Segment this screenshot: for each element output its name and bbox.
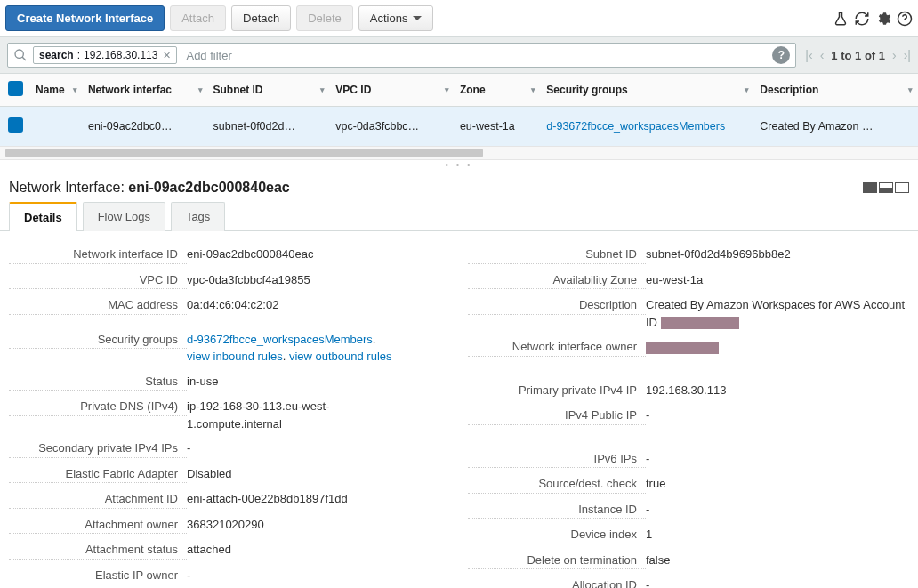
pager-next-icon[interactable]: › [892,48,897,62]
help-icon[interactable] [897,11,913,27]
col-eni[interactable]: Network interfac▾ [83,74,208,107]
sg-link[interactable]: d-93672fbcce_workspacesMembers [187,333,373,346]
col-sg[interactable]: Security groups▾ [541,74,754,107]
horizontal-scrollbar[interactable] [0,146,918,160]
lbl-secip: Secondary private IPv4 IPs [9,439,187,458]
chip-value: 192.168.30.113 [84,49,157,61]
resize-handle[interactable]: • • • [0,160,918,171]
val-desc: Created By Amazon Workspaces for AWS Acc… [646,296,909,331]
tab-flowlogs[interactable]: Flow Logs [83,202,165,231]
redacted-account-id [661,317,739,329]
val-attid: eni-attach-00e22b8db1897f1dd [187,490,450,508]
val-inst: - [646,501,909,519]
chip-remove-icon[interactable]: ✕ [163,50,171,61]
lbl-sdc: Source/dest. check [468,475,646,494]
sort-icon: ▾ [198,85,203,94]
lbl-subnet: Subnet ID [468,246,646,264]
tab-tags[interactable]: Tags [171,202,225,231]
col-desc[interactable]: Description▾ [754,74,918,107]
val-attstat: attached [187,541,450,559]
val-status: in-use [187,373,450,391]
lbl-desc: Description [468,296,646,315]
actions-label: Actions [370,12,408,25]
lbl-attstat: Attachment status [9,541,187,560]
col-subnet[interactable]: Subnet ID▾ [208,74,331,107]
val-subnet: subnet-0f0d2d4b9696bb8e2 [646,246,909,263]
sort-icon: ▾ [908,85,913,94]
col-name[interactable]: Name▾ [30,74,83,107]
lbl-status: Status [9,373,187,391]
redacted-owner [646,342,719,354]
lbl-attid: Attachment ID [9,490,187,509]
filter-chip[interactable]: search : 192.168.30.113 ✕ [33,46,177,64]
lbl-az: Availability Zone [468,271,646,290]
cell-vpc: vpc-0da3fcbbc… [330,107,455,147]
lbl-alloc: Allocation ID [468,576,646,588]
lbl-delterm: Delete on termination [468,552,646,570]
chip-key: search [39,49,74,61]
lbl-mac: MAC address [9,296,187,315]
search-icon [13,48,28,62]
tab-details[interactable]: Details [9,202,77,231]
create-network-interface-button[interactable]: Create Network Interface [5,5,165,31]
lbl-pubip: IPv4 Public IP [468,407,646,425]
cell-sg[interactable]: d-93672fbcce_workspacesMembers [541,107,754,147]
val-vpc: vpc-0da3fcbbcf4a19855 [187,271,450,289]
delete-button[interactable]: Delete [296,5,353,31]
col-checkbox[interactable] [0,74,30,107]
attach-button[interactable]: Attach [170,5,226,31]
lbl-vpc: VPC ID [9,271,187,290]
sort-icon: ▾ [745,85,749,94]
val-attown: 368321020290 [187,516,450,534]
row-checkbox[interactable] [8,117,23,133]
pager-first-icon[interactable]: |‹ [805,48,812,62]
cell-desc: Created By Amazon … [754,107,918,147]
lbl-eipown: Elastic IP owner [9,567,187,585]
outbound-rules-link[interactable]: view outbound rules [289,350,392,363]
sort-icon: ▾ [73,85,77,94]
scrollbar-thumb[interactable] [5,149,483,157]
val-devidx: 1 [646,526,909,544]
val-pubip: - [646,407,909,424]
layout-min-icon[interactable] [863,182,877,193]
lbl-pip: Primary private IPv4 IP [468,382,646,400]
lbl-inst: Instance ID [468,501,646,520]
detach-button[interactable]: Detach [231,5,291,31]
pager-last-icon[interactable]: ›| [904,48,911,62]
lbl-ipv6: IPv6 IPs [468,450,646,469]
val-secip: - [187,439,450,457]
flask-icon[interactable] [833,11,849,27]
cell-name [30,107,83,147]
lbl-owner: Network interface owner [468,338,646,357]
lbl-sg: Security groups [9,331,187,350]
val-pdns: ip-192-168-30-113.eu-west-1.compute.inte… [187,398,365,432]
lbl-attown: Attachment owner [9,516,187,535]
val-delterm: false [646,552,909,569]
pager: |‹ ‹ 1 to 1 of 1 › ›| [805,48,911,62]
filter-bar[interactable]: search : 192.168.30.113 ✕ Add filter ? [7,43,796,68]
col-vpc[interactable]: VPC ID▾ [330,74,455,107]
col-zone[interactable]: Zone▾ [455,74,541,107]
pager-prev-icon[interactable]: ‹ [820,48,825,62]
cell-eni: eni-09ac2dbc0… [83,107,208,147]
layout-split-icon[interactable] [879,182,893,193]
val-sg: d-93672fbcce_workspacesMembers. view inb… [187,331,450,366]
select-all-checkbox[interactable] [8,81,23,96]
inbound-rules-link[interactable]: view inbound rules [187,350,283,363]
cell-subnet: subnet-0f0d2d… [208,107,331,147]
cell-zone: eu-west-1a [455,107,541,147]
table-row[interactable]: eni-09ac2dbc0… subnet-0f0d2d… vpc-0da3fc… [0,107,918,147]
add-filter-placeholder[interactable]: Add filter [182,47,767,64]
val-alloc: - [646,576,909,588]
val-mac: 0a:d4:c6:04:c2:02 [187,296,450,314]
val-efa: Disabled [187,465,450,483]
val-pip: 192.168.30.113 [646,382,909,399]
gear-icon[interactable] [875,11,891,27]
svg-line-2 [22,57,26,60]
val-nid: eni-09ac2dbc000840eac [187,246,450,263]
actions-dropdown[interactable]: Actions [358,5,434,31]
val-eipown: - [187,567,450,584]
layout-max-icon[interactable] [895,182,909,193]
refresh-icon[interactable] [854,11,870,27]
filter-help-icon[interactable]: ? [772,46,790,64]
